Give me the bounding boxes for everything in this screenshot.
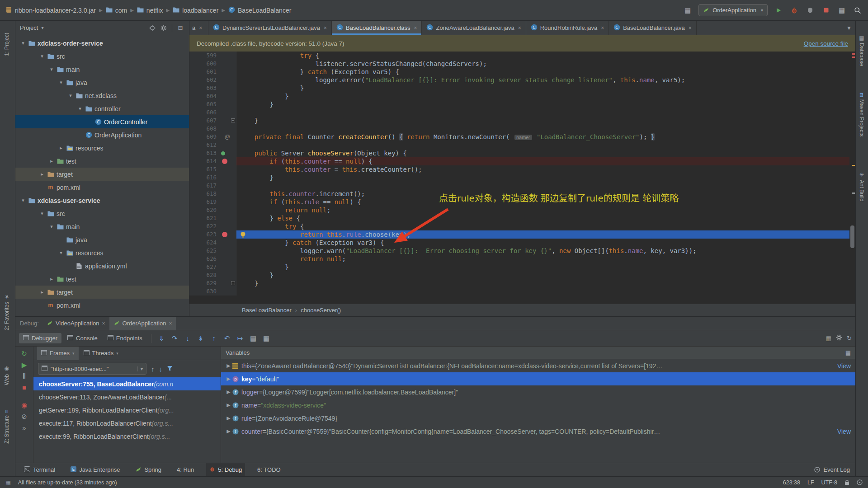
tool-window-button-6-todo[interactable]: 6: TODO bbox=[254, 463, 284, 477]
more-icon[interactable]: » bbox=[22, 424, 26, 432]
variable-row-key[interactable]: ▶pkey = "default" bbox=[221, 372, 855, 385]
drop-frame-icon[interactable]: ↶ bbox=[222, 334, 233, 343]
code-gutter[interactable]: 621 bbox=[189, 214, 236, 222]
view-link[interactable]: View bbox=[833, 428, 855, 435]
close-tab-icon[interactable]: × bbox=[102, 320, 105, 327]
expand-icon[interactable]: ▶ bbox=[225, 428, 232, 434]
tree-item-test[interactable]: ▸test bbox=[15, 272, 189, 286]
tool-window-button-spring[interactable]: Spring bbox=[132, 463, 165, 477]
tree-item-xdclass-order-service[interactable]: ▾xdclass-order-service bbox=[15, 37, 189, 50]
code-gutter[interactable]: 602 bbox=[189, 76, 236, 84]
code-gutter[interactable]: 600 bbox=[189, 60, 236, 68]
tree-item-ordercontroller[interactable]: COrderController bbox=[15, 115, 189, 128]
chevron-down-icon[interactable]: ▾ bbox=[57, 80, 65, 85]
breadcrumb-item-netflix[interactable]: netflix bbox=[137, 7, 163, 14]
expand-icon[interactable]: ▶ bbox=[225, 389, 232, 395]
breadcrumb-item-com[interactable]: com bbox=[106, 7, 127, 14]
view-tab-console[interactable]: Console bbox=[63, 333, 102, 343]
frames-tab-frames[interactable]: Frames▾ bbox=[37, 347, 79, 360]
show-execution-point-icon[interactable]: ⇓ bbox=[156, 334, 167, 343]
tree-item-main[interactable]: ▾main bbox=[15, 63, 189, 76]
hide-library-frames-icon[interactable] bbox=[167, 365, 173, 373]
expand-icon[interactable]: ▶ bbox=[225, 402, 232, 408]
stack-frame[interactable]: execute:117, RibbonLoadBalancerClient (o… bbox=[33, 417, 221, 430]
chevron-down-icon[interactable]: ▾ bbox=[19, 197, 27, 203]
view-link[interactable]: View bbox=[833, 362, 855, 370]
editor-tab-dynamicserverlistloadbalancer-java[interactable]: CDynamicServerListLoadBalancer.java× bbox=[208, 21, 332, 35]
code-gutter[interactable]: 605 bbox=[189, 100, 236, 108]
fold-marker-icon[interactable]: − bbox=[231, 118, 235, 122]
evaluate-expression-icon[interactable]: ▤ bbox=[248, 334, 259, 343]
chevron-down-icon[interactable]: ▾ bbox=[57, 250, 65, 256]
code-gutter[interactable]: 613 bbox=[189, 149, 236, 157]
tool-strip-button-2-favorites[interactable]: 2: Favorites★ bbox=[4, 292, 10, 330]
chevron-right-icon[interactable]: ▸ bbox=[38, 289, 46, 295]
view-as-table-icon[interactable]: ▦ bbox=[261, 334, 272, 343]
editor-tab-roundrobinrule-java[interactable]: CRoundRobinRule.java× bbox=[526, 21, 609, 35]
chevron-down-icon[interactable]: ▾ bbox=[47, 66, 56, 72]
step-into-icon[interactable]: ↓ bbox=[182, 334, 193, 342]
tree-item-src[interactable]: ▾src bbox=[15, 50, 189, 63]
chevron-right-icon[interactable]: ▸ bbox=[57, 145, 65, 151]
tree-item-java[interactable]: ▾java bbox=[15, 76, 189, 89]
stack-frame[interactable]: chooseServer:113, ZoneAwareLoadBalancer … bbox=[33, 390, 221, 404]
code-gutter[interactable]: 608 bbox=[189, 125, 236, 133]
code-gutter[interactable]: 618 bbox=[189, 190, 236, 198]
code-gutter[interactable]: 614 bbox=[189, 157, 236, 165]
run-button[interactable] bbox=[774, 5, 783, 15]
tree-item-main[interactable]: ▾main bbox=[15, 220, 189, 233]
code-gutter[interactable]: 607− bbox=[189, 117, 236, 125]
readonly-lock-icon[interactable] bbox=[844, 479, 849, 485]
editor-scrollbar[interactable] bbox=[849, 52, 855, 304]
code-gutter[interactable]: 604 bbox=[189, 92, 236, 100]
code-gutter[interactable]: 599 bbox=[189, 52, 236, 60]
scrollbar-thumb[interactable] bbox=[850, 225, 854, 248]
code-gutter[interactable]: 627 bbox=[189, 263, 236, 271]
code-gutter[interactable]: 622 bbox=[189, 222, 236, 230]
debug-button[interactable] bbox=[789, 5, 799, 15]
close-tab-icon[interactable]: × bbox=[169, 320, 172, 327]
code-editor[interactable]: 599 try {600 listener.serverStatusChange… bbox=[189, 52, 855, 304]
tree-item-net-xdclass[interactable]: ▾net.xdclass bbox=[15, 89, 189, 102]
code-gutter[interactable]: 606 bbox=[189, 108, 236, 117]
editor-tab-baseloadbalancer-java[interactable]: CBaseLoadBalancer.java× bbox=[609, 21, 697, 35]
chevron-right-icon[interactable]: ▸ bbox=[47, 158, 56, 164]
tree-item-controller[interactable]: ▾controller bbox=[15, 102, 189, 115]
locate-file-icon[interactable] bbox=[148, 24, 156, 32]
tree-item-xdclass-user-service[interactable]: ▾xdclass-user-service bbox=[15, 194, 189, 207]
chevron-right-icon[interactable]: ▸ bbox=[47, 276, 56, 282]
editor-tab-baseloadbalancer-class[interactable]: CBaseLoadBalancer.class× bbox=[332, 21, 422, 35]
frames-tab-threads[interactable]: Threads▾ bbox=[80, 347, 123, 360]
code-gutter[interactable]: 623 bbox=[189, 230, 236, 239]
code-gutter[interactable]: 615 bbox=[189, 165, 236, 174]
chevron-down-icon[interactable]: ▾ bbox=[47, 224, 56, 230]
tree-item-orderapplication[interactable]: COrderApplication bbox=[15, 128, 189, 141]
editor-breadcrumb-item[interactable]: chooseServer() bbox=[301, 307, 341, 314]
code-gutter[interactable]: 625 bbox=[189, 247, 236, 255]
tree-item-resources[interactable]: ▸resources bbox=[15, 141, 189, 155]
editor-tab-a[interactable]: a× bbox=[189, 21, 208, 35]
breakpoint-icon[interactable] bbox=[222, 232, 227, 237]
stack-frame[interactable]: execute:99, RibbonLoadBalancerClient (or… bbox=[33, 430, 221, 443]
mute-breakpoints-icon[interactable]: ⊘ bbox=[21, 413, 27, 420]
close-tab-icon[interactable]: × bbox=[601, 25, 604, 31]
tool-window-button-java-enterprise[interactable]: EJava Enterprise bbox=[67, 463, 123, 477]
caret-position[interactable]: 623:38 bbox=[783, 479, 800, 486]
code-gutter[interactable]: 609@ bbox=[189, 133, 236, 141]
tool-strip-button-maven-projects[interactable]: mMaven Projects bbox=[859, 91, 865, 136]
expand-icon[interactable]: ▶ bbox=[225, 376, 232, 382]
code-gutter[interactable]: 630 bbox=[189, 287, 236, 296]
tool-strip-button-z-structure[interactable]: Z: Structure≡ bbox=[4, 408, 10, 444]
code-gutter[interactable]: 628 bbox=[189, 271, 236, 279]
tree-item-java[interactable]: java bbox=[15, 233, 189, 246]
tree-item-test[interactable]: ▸test bbox=[15, 155, 189, 168]
tool-strip-button-ant-build[interactable]: ✳Ant Build bbox=[859, 170, 865, 202]
code-gutter[interactable]: 624 bbox=[189, 239, 236, 247]
variable-row-logger[interactable]: ▶flogger = {Logger@7599} "Logger[com.net… bbox=[221, 385, 855, 399]
chevron-down-icon[interactable]: ▾ bbox=[76, 106, 84, 112]
previous-frame-icon[interactable]: ↑ bbox=[151, 365, 155, 373]
editor-breadcrumb-item[interactable]: BaseLoadBalancer bbox=[242, 307, 292, 314]
breakpoint-icon[interactable] bbox=[222, 159, 227, 164]
code-gutter[interactable]: 612 bbox=[189, 141, 236, 149]
tool-window-button-terminal[interactable]: Terminal bbox=[21, 463, 58, 477]
